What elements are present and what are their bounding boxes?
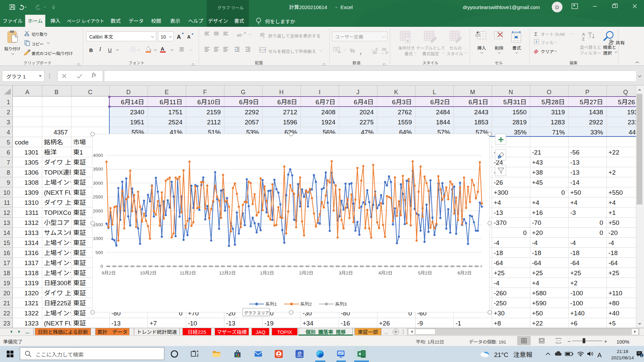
svg-text:系列1: 系列1 (265, 300, 277, 307)
svg-text:0: 0 (100, 262, 103, 269)
svg-text:6月2日: 6月2日 (458, 269, 472, 276)
svg-text:4000: 4000 (93, 152, 103, 158)
svg-text:10月2日: 10月2日 (140, 269, 157, 276)
svg-text:系列3: 系列3 (335, 300, 347, 307)
svg-text:3000: 3000 (93, 179, 103, 186)
svg-text:1000: 1000 (93, 235, 103, 241)
svg-text:11月2日: 11月2日 (180, 269, 196, 276)
svg-text:系列2: 系列2 (300, 300, 312, 307)
svg-text:2500: 2500 (93, 193, 103, 200)
svg-text:2000: 2000 (93, 207, 103, 214)
svg-text:4月2日: 4月2日 (378, 269, 392, 276)
svg-text:12月2日: 12月2日 (219, 269, 236, 276)
svg-text:500: 500 (95, 249, 103, 255)
svg-text:3500: 3500 (93, 165, 103, 172)
svg-text:menu: menu (297, 354, 303, 358)
svg-text:3月2日: 3月2日 (339, 269, 353, 276)
svg-text:2: 2 (641, 353, 642, 357)
svg-text:2月2日: 2月2日 (299, 269, 313, 276)
svg-text:5月2日: 5月2日 (418, 269, 432, 276)
svg-text:1月2日: 1月2日 (260, 269, 274, 276)
svg-text:9月2日: 9月2日 (102, 269, 116, 276)
